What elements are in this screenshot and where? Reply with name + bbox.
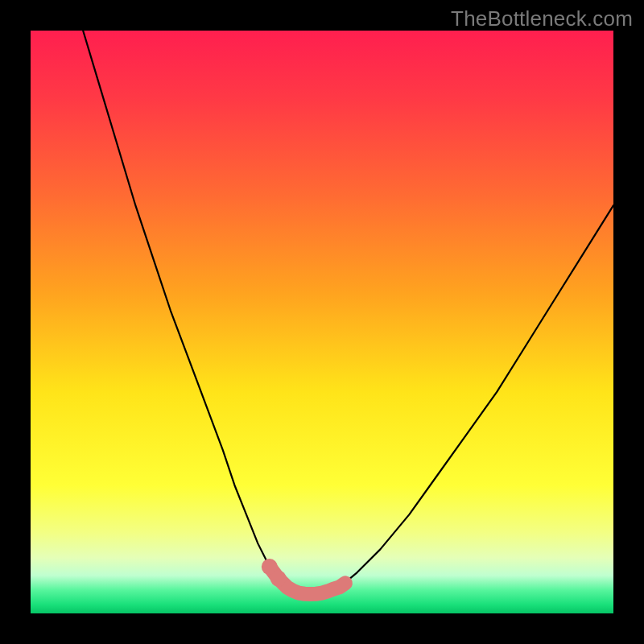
bottleneck-chart [31,31,613,613]
highlight-dot [270,571,287,587]
bottleneck-curve [83,31,613,594]
highlight-markers [262,559,345,594]
watermark-text: TheBottleneck.com [451,6,633,31]
plot-area [31,31,613,613]
stage: TheBottleneck.com [0,0,644,644]
